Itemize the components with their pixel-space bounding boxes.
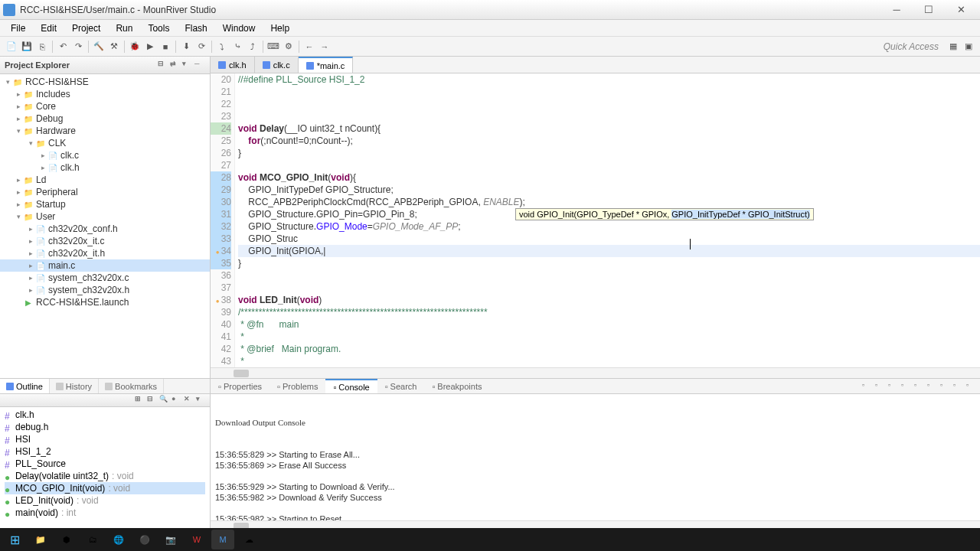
tree-item[interactable]: ▸📄ch32v20x_it.c xyxy=(0,235,210,247)
menu-edit[interactable]: Edit xyxy=(33,21,64,35)
tree-item[interactable]: ▸📄clk.c xyxy=(0,149,210,161)
console-tab-search[interactable]: ▫Search xyxy=(377,379,425,393)
tree-item[interactable]: ▾📁CLK xyxy=(0,137,210,149)
editor-tab[interactable]: clk.h xyxy=(211,57,255,73)
tree-item[interactable]: ▾📁User xyxy=(0,210,210,223)
console-tab-breakpoints[interactable]: ▫Breakpoints xyxy=(424,379,489,393)
step-into-icon[interactable]: ⤷ xyxy=(230,40,244,54)
tree-item[interactable]: ▸📄ch32v20x_conf.h xyxy=(0,223,210,235)
max-icon[interactable]: ▫ xyxy=(966,381,977,392)
tree-item[interactable]: ▸📄system_ch32v20x.h xyxy=(0,284,210,296)
perspective-icon[interactable]: ▦ xyxy=(946,40,960,54)
taskbar-edge-icon[interactable]: 🌐 xyxy=(107,530,130,549)
tree-root[interactable]: ▾ 📁 RCC-HSI&HSE xyxy=(0,76,210,88)
undo-icon[interactable]: ↶ xyxy=(56,40,70,54)
tree-item[interactable]: ▸📁Ld xyxy=(0,174,210,186)
taskbar-mounriver-icon[interactable]: M xyxy=(211,530,234,549)
tree-item[interactable]: ▸📁Includes xyxy=(0,88,210,100)
console-tab-properties[interactable]: ▫Properties xyxy=(211,379,270,393)
settings-icon[interactable]: ⚙ xyxy=(282,40,296,54)
stop-icon[interactable]: ■ xyxy=(158,40,172,54)
editor[interactable]: 2021222324252627282930313233343536373839… xyxy=(211,73,980,367)
outline-menu-icon[interactable]: ▾ xyxy=(196,395,207,406)
clear-icon[interactable]: ▫ xyxy=(888,381,899,392)
tree-item[interactable]: ▸📁Peripheral xyxy=(0,186,210,198)
taskbar-camera-icon[interactable]: 📷 xyxy=(159,530,182,549)
save-icon[interactable]: 💾 xyxy=(20,40,34,54)
outline-item[interactable]: ●MCO_GPIO_Init(void) : void xyxy=(5,482,205,494)
menu-flash[interactable]: Flash xyxy=(177,21,214,35)
view-menu-icon[interactable]: ▾ xyxy=(182,60,193,70)
new-icon[interactable]: 📄 xyxy=(5,40,18,54)
taskbar-wps-icon[interactable]: W xyxy=(185,530,208,549)
outline-item[interactable]: #debug.h xyxy=(5,421,205,433)
menu-icon[interactable]: ▫ xyxy=(940,381,951,392)
outline-item[interactable]: ●main(void) : int xyxy=(5,507,205,519)
build-icon[interactable]: 🔨 xyxy=(92,40,106,54)
back-icon[interactable]: ← xyxy=(302,40,316,54)
display-icon[interactable]: ▫ xyxy=(875,381,886,392)
pin-icon[interactable]: ▫ xyxy=(862,381,873,392)
menu-help[interactable]: Help xyxy=(263,21,297,35)
console-tab-problems[interactable]: ▫Problems xyxy=(270,379,325,393)
save-all-icon[interactable]: ⎘ xyxy=(35,40,49,54)
download-icon[interactable]: ⬇ xyxy=(179,40,193,54)
outline-tab-outline[interactable]: Outline xyxy=(0,379,50,393)
outline-item[interactable]: ●LED_Init(void) : void xyxy=(5,494,205,507)
menu-file[interactable]: File xyxy=(3,21,33,35)
outline-item[interactable]: ●Delay(volatile uint32_t) : void xyxy=(5,470,205,482)
collapse-all-icon[interactable]: ⊟ xyxy=(158,60,168,70)
minimize-panel-icon[interactable]: ─ xyxy=(194,60,205,70)
taskbar-obs-icon[interactable]: ⚫ xyxy=(133,530,156,549)
redo-icon[interactable]: ↷ xyxy=(71,40,85,54)
close-button[interactable]: ✕ xyxy=(951,2,971,18)
link-editor-icon[interactable]: ⇄ xyxy=(170,60,181,70)
remove-icon[interactable]: ▫ xyxy=(927,381,938,392)
editor-tab[interactable]: clk.c xyxy=(255,57,299,73)
outline-tab-bookmarks[interactable]: Bookmarks xyxy=(99,379,164,393)
perspective2-icon[interactable]: ▣ xyxy=(962,40,975,54)
outline-item[interactable]: #clk.h xyxy=(5,409,205,421)
tree-item[interactable]: ▸📄system_ch32v20x.c xyxy=(0,272,210,284)
tree-item[interactable]: ▸📄main.c xyxy=(0,259,210,272)
tree-item[interactable]: ▸📁Startup xyxy=(0,198,210,210)
menu-tools[interactable]: Tools xyxy=(140,21,177,35)
tree-item[interactable]: ▸📁Debug xyxy=(0,112,210,125)
console-output[interactable]: Download Output Console 15:36:55:829 >> … xyxy=(211,394,980,520)
start-button[interactable]: ⊞ xyxy=(3,530,26,549)
outline-btn3-icon[interactable]: 🔍 xyxy=(159,395,170,406)
outline-btn5-icon[interactable]: ✕ xyxy=(184,395,194,406)
editor-hscrollbar[interactable] xyxy=(211,367,980,378)
menu-run[interactable]: Run xyxy=(108,21,140,35)
min-icon[interactable]: ▫ xyxy=(953,381,964,392)
outline-item[interactable]: #HSI xyxy=(5,433,205,445)
maximize-button[interactable]: ☐ xyxy=(919,2,939,18)
tree-item[interactable]: ▸📁Core xyxy=(0,100,210,112)
outline-btn2-icon[interactable]: ⊟ xyxy=(147,395,158,406)
editor-tab[interactable]: *main.c xyxy=(299,57,354,73)
taskbar-explorer-icon[interactable]: 📁 xyxy=(29,530,52,549)
scroll-lock-icon[interactable]: ▫ xyxy=(901,381,912,392)
tree-item[interactable]: ▸📄ch32v20x_it.h xyxy=(0,247,210,259)
taskbar-app2-icon[interactable]: ☁ xyxy=(237,530,260,549)
console-tab-console[interactable]: ▫Console xyxy=(325,379,377,393)
taskbar-app1-icon[interactable]: ⬢ xyxy=(55,530,78,549)
terminal-icon[interactable]: ⌨ xyxy=(266,40,280,54)
outline-tab-history[interactable]: History xyxy=(50,379,99,393)
debug-icon[interactable]: 🐞 xyxy=(128,40,142,54)
build-all-icon[interactable]: ⚒ xyxy=(107,40,121,54)
run-icon[interactable]: ▶ xyxy=(143,40,157,54)
tree-item[interactable]: ▸📄clk.h xyxy=(0,161,210,174)
taskbar-files-icon[interactable]: 🗂 xyxy=(81,530,104,549)
outline-item[interactable]: #HSI_1_2 xyxy=(5,445,205,458)
outline-btn4-icon[interactable]: ● xyxy=(172,395,182,406)
tree-item[interactable]: ▾📁Hardware xyxy=(0,125,210,137)
minimize-button[interactable]: ─ xyxy=(887,2,906,18)
code-area[interactable]: //#define PLL_Source HSI_1_2 void Delay(… xyxy=(235,73,980,367)
menu-project[interactable]: Project xyxy=(64,21,108,35)
refresh-icon[interactable]: ⟳ xyxy=(194,40,208,54)
forward-icon[interactable]: → xyxy=(318,40,332,54)
menu-window[interactable]: Window xyxy=(215,21,263,35)
quick-access[interactable]: Quick Access xyxy=(884,41,939,52)
outline-btn1-icon[interactable]: ⊞ xyxy=(135,395,145,406)
